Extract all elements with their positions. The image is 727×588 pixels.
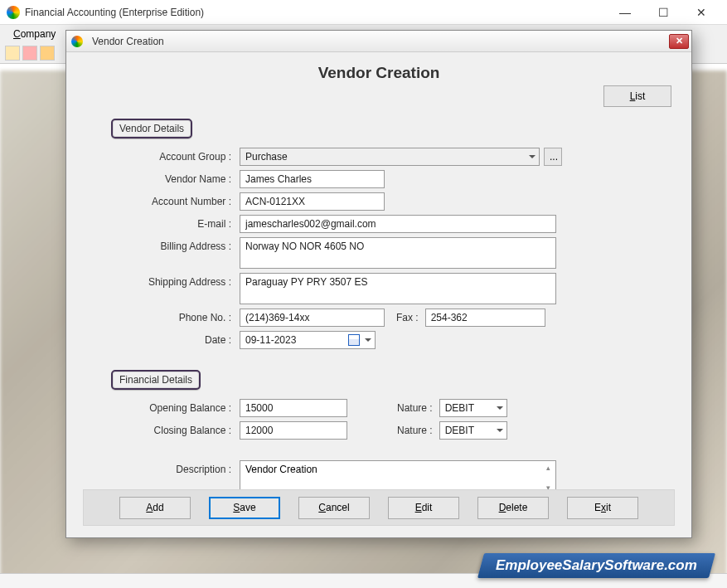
account-group-select[interactable]: Purchase xyxy=(240,148,540,166)
watermark: EmployeeSalarySoftware.com xyxy=(477,553,715,578)
opening-nature-value: DEBIT xyxy=(445,402,474,414)
dialog-button-bar: Add Save Cancel Edit Delete Exit xyxy=(83,489,675,526)
account-group-browse-button[interactable]: ... xyxy=(544,148,562,166)
chevron-down-icon xyxy=(365,338,371,342)
shipping-address-input[interactable] xyxy=(240,273,556,304)
label-closing-balance: Closing Balance : xyxy=(111,425,240,436)
label-closing-nature: Nature : xyxy=(347,425,439,436)
label-opening-nature: Nature : xyxy=(347,402,439,414)
date-picker[interactable]: 09-11-2023 xyxy=(240,331,376,349)
menu-company[interactable]: Company xyxy=(7,27,62,41)
closing-nature-select[interactable]: DEBIT xyxy=(439,421,507,440)
account-group-value: Purchase xyxy=(245,151,288,163)
exit-button[interactable]: Exit xyxy=(567,497,638,519)
toolbar-button-2[interactable] xyxy=(22,46,37,61)
dialog-body: Vendor Creation List Vendor Details Acco… xyxy=(66,52,691,495)
label-account-group: Account Group : xyxy=(111,151,240,163)
fax-input[interactable] xyxy=(425,309,545,327)
label-fax: Fax : xyxy=(385,312,425,323)
vendor-name-input[interactable] xyxy=(240,170,385,188)
toolbar-button-3[interactable] xyxy=(40,46,55,61)
chevron-down-icon xyxy=(497,429,503,432)
chevron-down-icon xyxy=(529,155,536,158)
date-value: 09-11-2023 xyxy=(245,334,296,346)
section-financial-details-badge: Financial Details xyxy=(111,370,201,390)
chevron-down-icon xyxy=(497,406,503,410)
opening-nature-select[interactable]: DEBIT xyxy=(439,399,507,417)
label-phone: Phone No. : xyxy=(111,312,240,323)
scroll-up-icon: ▴ xyxy=(546,464,550,472)
label-shipping-address: Shipping Address : xyxy=(111,273,240,288)
opening-balance-input[interactable] xyxy=(240,399,347,417)
financial-details-form: Opening Balance : Nature : DEBIT Closing… xyxy=(111,386,647,495)
app-icon xyxy=(7,6,20,19)
label-vendor-name: Vendor Name : xyxy=(111,173,240,185)
vendor-details-form: Account Group : Purchase ... Vendor Name… xyxy=(111,135,647,349)
label-account-number: Account Number : xyxy=(111,196,240,207)
dialog-title: Vendor Creation xyxy=(71,36,669,47)
description-value: Vendor Creation xyxy=(245,464,317,475)
maximize-button[interactable]: ☐ xyxy=(644,1,682,24)
calendar-icon xyxy=(348,334,360,346)
email-input[interactable] xyxy=(240,215,556,233)
label-email: E-mail : xyxy=(111,218,240,230)
dialog-icon xyxy=(71,36,83,47)
phone-input[interactable] xyxy=(240,309,385,327)
dialog-titlebar[interactable]: Vendor Creation ✕ xyxy=(66,31,691,52)
minimize-button[interactable]: — xyxy=(606,1,644,24)
toolbar-button-1[interactable] xyxy=(5,46,20,61)
closing-balance-input[interactable] xyxy=(240,421,347,440)
label-billing-address: Billing Address : xyxy=(111,237,240,252)
description-scroll[interactable]: ▴ ▾ xyxy=(543,464,553,492)
window-buttons: — ☐ ✕ xyxy=(606,1,720,24)
section-vendor-details-badge: Vendor Details xyxy=(111,119,192,138)
save-button[interactable]: Save xyxy=(209,497,280,519)
dialog-heading: Vendor Creation xyxy=(83,64,675,82)
vendor-creation-dialog: Vendor Creation ✕ Vendor Creation List V… xyxy=(65,30,692,538)
dialog-close-button[interactable]: ✕ xyxy=(669,34,689,49)
label-description: Description : xyxy=(111,460,240,475)
closing-nature-value: DEBIT xyxy=(445,425,474,436)
label-date: Date : xyxy=(111,334,240,346)
delete-button[interactable]: Delete xyxy=(477,497,549,519)
label-opening-balance: Opening Balance : xyxy=(111,402,240,414)
menu-company-label: ompany xyxy=(21,28,56,40)
main-window-title: Financial Accounting (Enterprise Edition… xyxy=(25,7,606,18)
cancel-button[interactable]: Cancel xyxy=(298,497,370,519)
account-number-input[interactable] xyxy=(240,192,385,211)
close-button[interactable]: ✕ xyxy=(682,1,720,24)
dialog-title-text: Vendor Creation xyxy=(92,36,164,47)
main-titlebar: Financial Accounting (Enterprise Edition… xyxy=(0,0,727,25)
list-button[interactable]: List xyxy=(603,85,671,107)
edit-button[interactable]: Edit xyxy=(388,497,459,519)
add-button[interactable]: Add xyxy=(119,497,191,519)
billing-address-input[interactable] xyxy=(240,237,556,269)
